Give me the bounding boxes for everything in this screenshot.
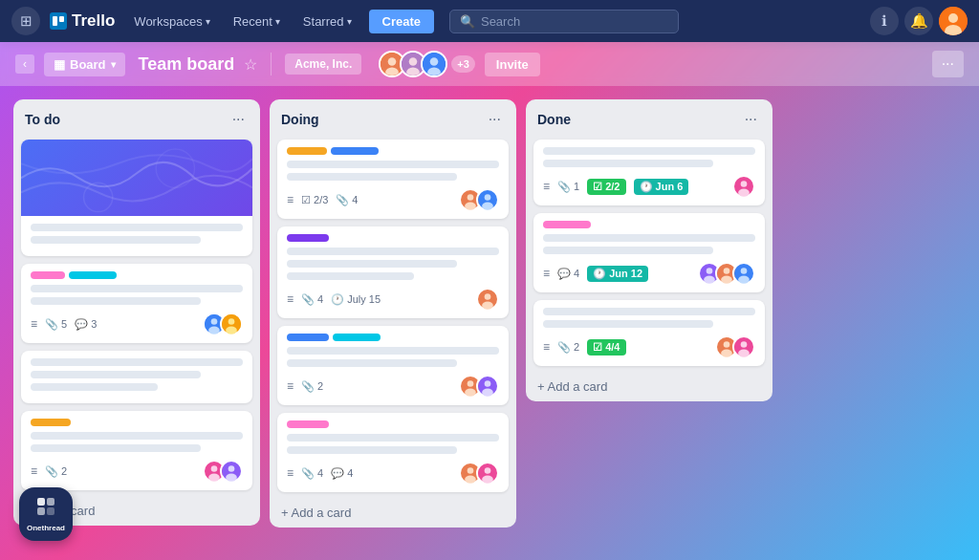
svg-point-43 [465, 476, 476, 484]
svg-point-19 [226, 327, 237, 334]
board-view-button[interactable]: ▦ Board ▾ [44, 53, 125, 76]
table-row[interactable]: ≡ 📎 4 💬 4 [277, 413, 509, 492]
starred-button[interactable]: Starred ▾ [295, 11, 359, 32]
table-row[interactable]: ≡ 📎 5 💬 3 [21, 264, 252, 343]
svg-point-22 [208, 474, 220, 482]
sidebar-toggle[interactable]: ‹ [15, 54, 34, 74]
trello-logo-text: Trello [72, 11, 115, 31]
card-member-2 [220, 460, 243, 483]
attach-badge: 📎 5 [45, 318, 67, 331]
search-icon: 🔍 [460, 14, 475, 29]
done-column-title: Done [537, 112, 571, 127]
card-badges: ≡ 💬 4 🕐 Jun 12 [543, 266, 648, 282]
table-row[interactable] [21, 140, 252, 256]
svg-point-42 [468, 467, 474, 474]
doing-column-header: Doing ··· [270, 99, 516, 136]
card-text-2 [31, 236, 201, 244]
doing-column-title: Doing [281, 112, 319, 127]
card-text-2 [287, 260, 457, 268]
workspaces-button[interactable]: Workspaces ▾ [126, 11, 217, 32]
svg-point-57 [741, 268, 748, 274]
table-row[interactable]: ≡ ☑ 2/3 📎 4 [277, 140, 509, 219]
more-button[interactable]: ··· [932, 51, 964, 77]
checklist-badge-green: ☑ 4/4 [587, 339, 625, 355]
user-avatar[interactable] [939, 7, 968, 35]
svg-point-18 [228, 318, 235, 325]
svg-point-21 [211, 465, 218, 472]
doing-column: Doing ··· ≡ ☑ 2/3 📎 4 [270, 99, 516, 528]
card-footer: ≡ 📎 4 💬 4 [287, 462, 499, 485]
svg-point-37 [465, 389, 476, 397]
svg-rect-68 [47, 507, 54, 515]
card-text-1 [31, 224, 243, 231]
card-text [31, 432, 243, 440]
done-column-menu[interactable]: ··· [741, 109, 761, 130]
svg-point-60 [724, 341, 730, 348]
svg-point-51 [707, 268, 713, 274]
done-column-cards: ≡ 📎 1 ☑ 2/2 🕐 Jun 6 [526, 136, 772, 370]
recent-button[interactable]: Recent ▾ [226, 11, 288, 32]
onethread-fab[interactable]: Onethread [19, 487, 73, 541]
search-input[interactable] [481, 14, 668, 29]
doing-column-menu[interactable]: ··· [485, 109, 505, 130]
card-badges: ≡ 📎 2 ☑ 4/4 [543, 339, 626, 355]
header-divider [271, 53, 272, 75]
trello-logo: Trello [50, 11, 115, 31]
table-row[interactable]: ≡ 📎 2 [21, 411, 252, 490]
svg-point-11 [427, 67, 441, 76]
attach-badge: 📎 4 [336, 194, 358, 206]
list-icon: ≡ [543, 340, 550, 354]
table-row[interactable]: ≡ 📎 2 ☑ 4/4 [533, 300, 765, 366]
card-text [31, 285, 243, 292]
card-badges: ≡ 📎 4 🕐 July 15 [287, 292, 381, 306]
card-text [543, 147, 755, 155]
table-row[interactable]: ≡ 📎 4 🕐 July 15 [277, 226, 509, 318]
card-labels [287, 420, 499, 428]
card-badges: ≡ ☑ 2/3 📎 4 [287, 193, 358, 206]
starred-caret: ▾ [347, 16, 352, 27]
svg-point-1 [948, 13, 958, 23]
create-button[interactable]: Create [369, 10, 434, 33]
grid-icon[interactable]: ⊞ [11, 7, 40, 35]
card-footer: ≡ 📎 4 🕐 July 15 [287, 288, 499, 311]
card-footer: ≡ 📎 2 ☑ 4/4 [543, 335, 755, 358]
label-cyan [69, 271, 117, 279]
notification-button[interactable]: 🔔 [904, 7, 933, 35]
card-text-2 [287, 173, 457, 181]
label-pink [287, 420, 329, 428]
workspace-chip[interactable]: Acme, Inc. [285, 54, 361, 75]
card-labels [287, 334, 499, 341]
card-member-2 [476, 188, 499, 211]
doing-add-card-button[interactable]: + Add a card [270, 498, 516, 528]
label-purple [287, 234, 329, 242]
table-row[interactable]: ≡ 📎 1 ☑ 2/2 🕐 Jun 6 [533, 140, 765, 205]
nav-right-icons: ℹ 🔔 [870, 7, 968, 35]
attach-badge: 📎 2 [301, 380, 323, 393]
star-button[interactable]: ☆ [244, 55, 257, 74]
todo-column-menu[interactable]: ··· [228, 109, 249, 130]
table-row[interactable]: ≡ 💬 4 🕐 Jun 12 [533, 213, 765, 292]
table-row[interactable] [21, 351, 252, 403]
member-count[interactable]: +3 [451, 55, 475, 73]
table-row[interactable]: ≡ 📎 2 [277, 326, 509, 405]
done-add-card-button[interactable]: + Add a card [526, 372, 772, 401]
card-members [459, 188, 499, 211]
card-member-2 [476, 375, 499, 398]
invite-button[interactable]: Invite [485, 53, 540, 76]
card-badges: ≡ 📎 2 [287, 379, 323, 393]
due-badge: 🕐 July 15 [331, 293, 381, 306]
member-avatar-3[interactable] [421, 51, 447, 77]
todo-column: To do ··· [13, 99, 260, 526]
svg-point-30 [485, 194, 491, 201]
attach-badge: 📎 2 [557, 341, 579, 354]
board-title: Team board [139, 54, 235, 75]
svg-point-64 [738, 350, 750, 357]
card-text-3 [287, 272, 414, 280]
svg-point-54 [724, 268, 730, 274]
todo-column-cards: ≡ 📎 5 💬 3 [13, 136, 260, 494]
card-members [732, 175, 755, 198]
svg-point-16 [208, 327, 220, 334]
card-text [543, 234, 755, 242]
info-button[interactable]: ℹ [870, 7, 899, 35]
comment-badge: 💬 3 [75, 318, 97, 331]
